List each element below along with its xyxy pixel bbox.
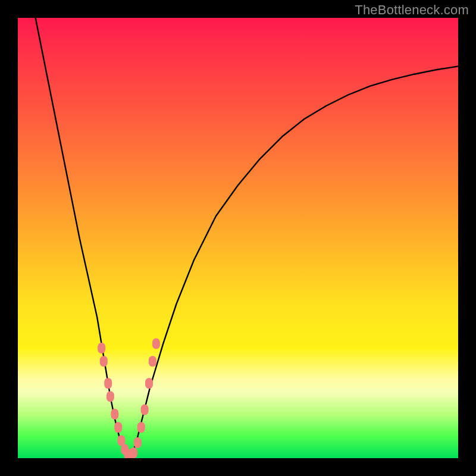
marker-dot: [145, 378, 153, 389]
marker-dot: [141, 405, 149, 415]
chart-frame: TheBottleneck.com: [0, 0, 476, 476]
marker-dot: [130, 447, 137, 458]
marker-dot: [137, 422, 145, 433]
marker-dot: [104, 378, 112, 389]
marker-dot: [107, 391, 114, 402]
chart-svg: [18, 18, 458, 458]
plot-area: [18, 18, 458, 458]
marker-dot: [152, 339, 160, 349]
marker-dot: [134, 437, 142, 448]
marker-dot: [111, 409, 118, 419]
bottleneck-curve: [36, 18, 458, 458]
marker-dot: [114, 422, 122, 433]
watermark-text: TheBottleneck.com: [355, 2, 469, 18]
marker-dot: [98, 343, 105, 353]
marker-dot: [100, 356, 108, 367]
marker-dot: [149, 356, 156, 367]
marker-group: [98, 339, 160, 458]
curve-line: [36, 18, 458, 458]
